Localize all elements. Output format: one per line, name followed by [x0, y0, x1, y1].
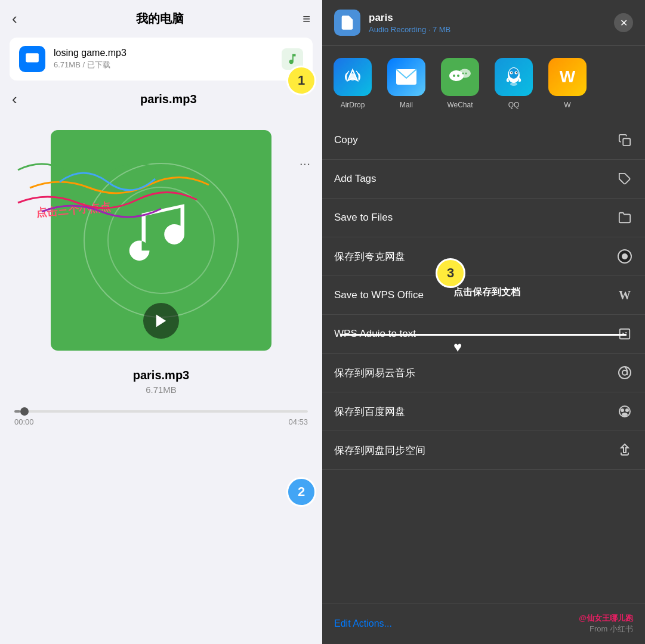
close-button[interactable]: ✕	[614, 13, 633, 32]
nav-row: ‹ paris.mp3 ···	[0, 80, 322, 118]
annotation-num-1: 1	[286, 66, 316, 95]
menu-item-wps-text: Save to WPS Office	[334, 289, 424, 301]
progress-area: 00:00 04:53	[0, 395, 322, 432]
annotation-save-text: 点击保存到文档	[453, 286, 520, 299]
nav-title: paris.mp3	[27, 92, 310, 106]
app-label-wechat: WeChat	[447, 101, 473, 109]
svg-point-15	[516, 72, 517, 73]
app-item-airdrop[interactable]: AirDrop	[332, 58, 374, 109]
back-button[interactable]: ‹	[12, 10, 17, 28]
svg-rect-17	[623, 138, 630, 145]
svg-point-23	[621, 408, 624, 412]
app-label-airdrop: AirDrop	[341, 101, 365, 109]
play-button[interactable]	[143, 303, 179, 339]
album-art	[51, 130, 271, 351]
menu-item-baidu[interactable]: 保存到百度网盘	[322, 392, 645, 431]
music-note-art	[122, 196, 200, 276]
svg-point-21	[622, 370, 627, 375]
time-total: 04:53	[288, 417, 308, 426]
svg-point-25	[622, 413, 628, 416]
svg-point-16	[510, 82, 517, 86]
file-icon-computer	[19, 46, 45, 72]
app-label-more: W	[564, 101, 570, 109]
menu-item-sync-text: 保存到网盘同步空间	[334, 444, 425, 457]
svg-point-9	[465, 73, 467, 75]
app-item-wechat[interactable]: WeChat	[439, 58, 481, 109]
svg-point-20	[619, 367, 631, 379]
progress-fill	[14, 410, 20, 413]
menu-item-add-tags[interactable]: Add Tags	[322, 160, 645, 199]
sync-icon	[616, 442, 633, 459]
watermark-from: From 小红书	[590, 624, 633, 633]
menu-item-save-files-text: Save to Files	[334, 212, 393, 224]
wps-icon: W	[616, 287, 633, 304]
nav-more-button[interactable]: ···	[300, 156, 310, 172]
svg-point-8	[462, 73, 464, 75]
menu-item-quark[interactable]: 保存到夸克网盘	[322, 237, 645, 276]
file-name: losing game.mp3	[54, 48, 273, 58]
file-size: 6.71MB / 已下载	[54, 60, 273, 70]
svg-point-24	[625, 408, 629, 412]
mail-icon	[387, 58, 425, 96]
progress-bar[interactable]	[14, 410, 308, 413]
annotation-num-2: 2	[286, 477, 316, 507]
menu-item-baidu-text: 保存到百度网盘	[334, 405, 405, 419]
app-label-qq: QQ	[508, 101, 520, 109]
svg-rect-0	[26, 53, 39, 62]
heart-annotation: ♥	[453, 339, 462, 355]
airdrop-icon	[334, 58, 372, 96]
menu-button[interactable]: ≡	[303, 11, 310, 27]
menu-item-netease[interactable]: 保存到网易云音乐	[322, 354, 645, 392]
nav-back-button[interactable]: ‹	[12, 90, 17, 109]
quark-icon	[616, 248, 633, 265]
app-item-more[interactable]: W W	[547, 58, 588, 109]
underline-decoration	[340, 334, 627, 336]
app-label-mail: Mail	[400, 101, 413, 109]
menu-item-quark-text: 保存到夸克网盘	[334, 250, 405, 264]
share-header: paris Audio Recording · 7 MB ✕	[322, 0, 645, 46]
track-size: 6.71MB	[0, 385, 322, 395]
menu-item-netease-text: 保存到网易云音乐	[334, 366, 415, 380]
edit-actions-button[interactable]: Edit Actions...	[334, 618, 392, 629]
app-item-qq[interactable]: QQ	[493, 58, 535, 109]
progress-times: 00:00 04:53	[14, 417, 308, 426]
svg-point-14	[511, 72, 513, 73]
bottom-row: Edit Actions... @仙女王哪儿跑 From 小红书	[322, 603, 645, 644]
svg-point-7	[459, 69, 471, 78]
more-app-icon: W	[548, 58, 587, 96]
netease-icon	[616, 364, 633, 381]
folder-icon	[616, 209, 633, 226]
right-panel: paris Audio Recording · 7 MB ✕ AirDrop	[322, 0, 645, 644]
copy-icon	[616, 132, 633, 148]
menu-item-copy[interactable]: Copy	[322, 121, 645, 160]
left-header: ‹ 我的电脑 ≡	[0, 0, 322, 38]
file-item-losing-game[interactable]: losing game.mp3 6.71MB / 已下载	[10, 38, 313, 80]
watermark: @仙女王哪儿跑 From 小红书	[579, 613, 633, 634]
baidu-icon	[616, 403, 633, 420]
svg-marker-1	[156, 315, 166, 327]
left-title: 我的电脑	[136, 11, 184, 27]
left-panel: ‹ 我的电脑 ≡ losing game.mp3 6.71MB / 已下载 ‹ …	[0, 0, 322, 644]
apps-row: AirDrop Mail	[322, 46, 645, 121]
watermark-handle: @仙女王哪儿跑	[579, 614, 633, 623]
share-file-meta: Audio Recording · 7 MB	[369, 25, 606, 34]
menu-item-add-tags-text: Add Tags	[334, 173, 376, 185]
share-file-info: paris Audio Recording · 7 MB	[369, 12, 606, 34]
share-file-name: paris	[369, 12, 606, 24]
qq-icon	[495, 58, 533, 96]
time-current: 00:00	[14, 417, 34, 426]
menu-item-sync[interactable]: 保存到网盘同步空间	[322, 431, 645, 470]
menu-item-copy-text: Copy	[334, 134, 358, 146]
svg-point-6	[457, 75, 459, 77]
menu-item-save-to-files[interactable]: Save to Files	[322, 199, 645, 237]
tag-icon	[616, 171, 633, 187]
file-info: losing game.mp3 6.71MB / 已下载	[54, 48, 273, 70]
progress-thumb[interactable]	[20, 407, 29, 416]
menu-section: Copy Add Tags Save to Files	[322, 121, 645, 603]
track-name: paris.mp3	[0, 369, 322, 382]
app-item-mail[interactable]: Mail	[385, 58, 427, 109]
share-file-icon	[334, 10, 360, 36]
wechat-icon	[441, 58, 479, 96]
svg-point-5	[453, 75, 455, 77]
annotation-num-3: 3	[436, 258, 465, 288]
